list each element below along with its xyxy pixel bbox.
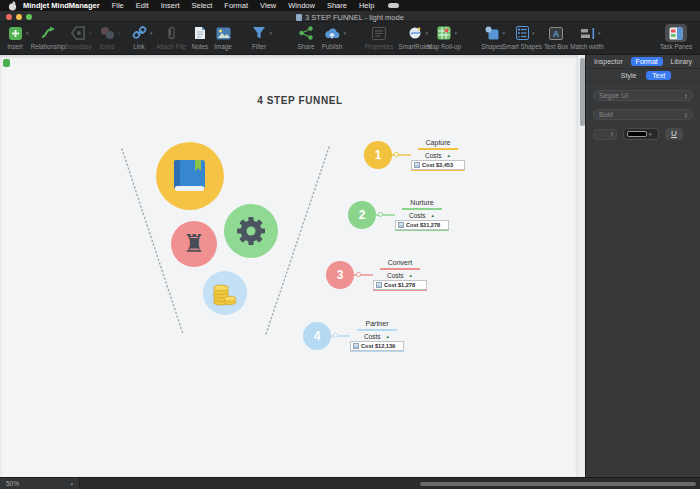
- subtab-style[interactable]: Style: [615, 71, 643, 80]
- costs-subtopic[interactable]: Costs ▲: [350, 333, 404, 340]
- horizontal-scrollbar-thumb[interactable]: [420, 482, 696, 486]
- topic-underline: [380, 268, 420, 270]
- menu-insert[interactable]: Insert: [155, 1, 186, 10]
- link-icon: ▾: [132, 24, 147, 42]
- toolbar-boundary-button: ▾ Boundary: [62, 24, 94, 50]
- toolbar-icons-button: ▾ Icons: [94, 24, 120, 50]
- chevron-updown-icon: ▴▾: [685, 112, 687, 118]
- panel-subtab-bar: Style Text: [586, 69, 700, 82]
- boundary-icon: ▾: [71, 24, 86, 42]
- topic-name[interactable]: Partner: [350, 320, 404, 328]
- title-bar: 3 STEP FUNNEL - light mode: [0, 11, 700, 22]
- chevron-down-icon: ▾: [649, 131, 652, 137]
- text-box-icon: A: [549, 24, 563, 42]
- map-canvas[interactable]: 4 STEP FUNNEL: [0, 55, 577, 477]
- svg-text:A: A: [553, 28, 560, 38]
- toolbar-map-rollup-button[interactable]: ▾ Map Roll-up: [424, 24, 464, 50]
- topic-name[interactable]: Nurture: [395, 199, 449, 207]
- font-family-select[interactable]: Segoe UI ▴▾: [593, 90, 693, 101]
- menu-help[interactable]: Help: [353, 1, 380, 10]
- font-size-stepper[interactable]: ▴▾: [593, 129, 617, 140]
- cost-box-underline: [350, 351, 404, 353]
- toolbar-image-button[interactable]: Image: [210, 24, 236, 50]
- notes-icon: [194, 24, 206, 42]
- toolbar-publish-button[interactable]: ▾ Publish: [318, 24, 346, 50]
- rollup-arrow-icon[interactable]: ▲: [409, 273, 413, 278]
- menu-bar: Mindjet MindManager File Edit Insert Sel…: [0, 0, 700, 11]
- font-weight-select[interactable]: Bold ▴▾: [593, 109, 693, 120]
- cost-box-underline: [395, 230, 449, 232]
- rollup-arrow-icon[interactable]: ▲: [447, 153, 451, 158]
- costs-subtopic[interactable]: Costs ▲: [395, 212, 449, 219]
- chevron-updown-icon: ▴▾: [685, 93, 687, 99]
- tab-inspector[interactable]: Inspector: [589, 57, 628, 66]
- smartrules-icon: ▾: [408, 24, 422, 42]
- publish-cloud-icon: ▾: [324, 24, 340, 42]
- costs-subtopic[interactable]: Costs ▲: [373, 272, 427, 279]
- cost-grid-icon: [398, 222, 404, 228]
- topic-convert[interactable]: Convert Costs ▲ Cost $1,278: [373, 259, 427, 291]
- paperclip-icon: [165, 24, 178, 42]
- menu-toggle-icon[interactable]: [388, 3, 399, 8]
- rollup-arrow-icon[interactable]: ▲: [386, 334, 390, 339]
- zoom-level-select[interactable]: 50% ▾: [0, 478, 80, 489]
- toolbar-task-panes-button[interactable]: Task Panes: [656, 24, 696, 50]
- tab-format[interactable]: Format: [631, 57, 663, 66]
- rook-icon: ♜: [181, 228, 207, 258]
- vertical-scrollbar[interactable]: [577, 55, 585, 477]
- menu-file[interactable]: File: [106, 1, 130, 10]
- toolbar-match-width-button[interactable]: ▾ Match width: [566, 24, 608, 50]
- topic-nurture[interactable]: Nurture Costs ▲ Cost $31,278: [395, 199, 449, 231]
- topic-underline: [402, 208, 442, 210]
- status-bar: 50% ▾: [0, 477, 700, 489]
- toolbar-smart-shapes-button[interactable]: ▾ Smart Shapes: [500, 24, 544, 50]
- step-nurture: 2 Nurture Costs ▲ Cost $31,278: [348, 199, 468, 241]
- topic-name[interactable]: Capture: [411, 139, 465, 147]
- filter-funnel-icon: ▾: [252, 24, 266, 42]
- task-pane: Inspector Format Library Style Text Sego…: [585, 55, 700, 477]
- book-icon: [174, 160, 205, 191]
- menu-window[interactable]: Window: [282, 1, 321, 10]
- toolbar-insert-button[interactable]: ▾ Insert: [2, 24, 28, 50]
- step-2-circle[interactable]: 2: [348, 201, 376, 229]
- cost-property-box[interactable]: Cost $12,139: [350, 341, 404, 351]
- toolbar-attach-file-button: Attach File: [154, 24, 188, 50]
- cost-property-box[interactable]: Cost $1,278: [373, 280, 427, 290]
- apple-icon[interactable]: [8, 1, 17, 11]
- menu-edit[interactable]: Edit: [130, 1, 155, 10]
- menu-view[interactable]: View: [254, 1, 282, 10]
- menu-share[interactable]: Share: [321, 1, 353, 10]
- menu-app-name[interactable]: Mindjet MindManager: [23, 1, 100, 10]
- vertical-scrollbar-thumb[interactable]: [580, 58, 585, 126]
- step-4-ring: [333, 333, 338, 338]
- funnel-graphic: [0, 55, 577, 477]
- step-3-circle[interactable]: 3: [326, 261, 354, 289]
- match-width-icon: ▾: [580, 24, 595, 42]
- cost-grid-icon: [353, 343, 359, 349]
- tab-library[interactable]: Library: [666, 57, 697, 66]
- subtab-text[interactable]: Text: [646, 71, 671, 80]
- topic-name[interactable]: Convert: [373, 259, 427, 267]
- toolbar-filter-button[interactable]: ▾ Filter: [246, 24, 272, 50]
- menu-select[interactable]: Select: [185, 1, 218, 10]
- step-4-circle[interactable]: 4: [303, 322, 331, 350]
- cost-property-box[interactable]: Cost $3,453: [411, 160, 465, 170]
- menu-format[interactable]: Format: [218, 1, 254, 10]
- font-color-picker[interactable]: ▾: [623, 128, 659, 140]
- step-convert: 3 Convert Costs ▲ Cost $1,278: [326, 259, 446, 301]
- rollup-arrow-icon[interactable]: ▲: [431, 213, 435, 218]
- underline-button[interactable]: U: [665, 128, 683, 140]
- step-1-circle[interactable]: 1: [364, 141, 392, 169]
- costs-subtopic[interactable]: Costs ▲: [411, 152, 465, 159]
- topic-partner[interactable]: Partner Costs ▲ Cost $12,139: [350, 320, 404, 352]
- chevron-updown-icon: ▴▾: [611, 131, 613, 137]
- step-partner: 4 Partner Costs ▲ Cost $12,139: [303, 320, 423, 362]
- topic-underline: [357, 329, 397, 331]
- cost-property-box[interactable]: Cost $31,278: [395, 220, 449, 230]
- toolbar-link-button[interactable]: ▾ Link: [126, 24, 152, 50]
- toolbar-notes-button[interactable]: Notes: [188, 24, 212, 50]
- toolbar-share-button[interactable]: Share: [294, 24, 318, 50]
- properties-icon: [372, 24, 386, 42]
- topic-capture[interactable]: Capture Costs ▲ Cost $3,453: [411, 139, 465, 171]
- share-icon: [299, 24, 313, 42]
